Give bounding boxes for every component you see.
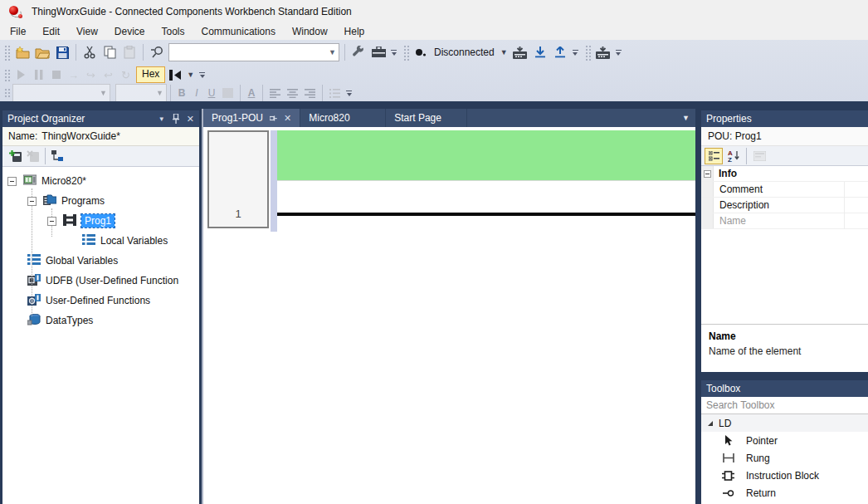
selected-rung-highlight[interactable] (277, 130, 695, 181)
property-grid-divider[interactable] (844, 182, 845, 229)
font-color-icon[interactable]: A (244, 87, 259, 99)
step-over-icon[interactable]: → (65, 66, 82, 83)
toolbox-search-input[interactable] (701, 397, 868, 413)
align-center-icon[interactable] (284, 85, 301, 101)
ladder-editor-canvas[interactable]: 1 (203, 127, 695, 504)
underline-icon[interactable]: U (204, 87, 219, 99)
rung-rail-line[interactable] (277, 213, 695, 216)
toolbox-item-pointer[interactable]: Pointer (701, 432, 868, 449)
toolbar-overflow-icon[interactable] (346, 91, 352, 96)
menu-tools[interactable]: Tools (154, 23, 193, 40)
toolbar-grip[interactable] (3, 44, 10, 61)
menu-file[interactable]: File (2, 23, 34, 40)
download-to-device-icon[interactable] (510, 42, 530, 62)
font-family-input[interactable] (13, 85, 97, 101)
toolbar-separator (240, 85, 241, 101)
close-icon[interactable]: ✕ (284, 113, 291, 124)
property-row-name[interactable]: Name (701, 213, 868, 229)
remove-device-icon[interactable] (24, 148, 41, 164)
open-icon[interactable] (32, 42, 52, 62)
collapse-icon[interactable] (27, 197, 37, 206)
property-row-comment[interactable]: Comment (701, 182, 868, 198)
download-icon[interactable] (530, 42, 550, 62)
panel-menu-icon[interactable]: ▼ (158, 115, 165, 123)
menu-view[interactable]: View (68, 23, 106, 40)
alphabetical-sort-icon[interactable]: AZ (724, 148, 743, 164)
save-icon[interactable] (52, 42, 72, 62)
pause-icon[interactable] (30, 66, 47, 83)
new-project-icon[interactable] (12, 42, 32, 62)
chevron-down-icon[interactable]: ▼ (326, 44, 339, 61)
properties-header[interactable]: Properties (701, 110, 868, 127)
find-icon[interactable] (147, 42, 167, 62)
tab-micro820[interactable]: Micro820 (300, 109, 386, 127)
collapse-icon[interactable] (7, 177, 17, 186)
pin-icon[interactable] (173, 114, 179, 124)
step-into-icon[interactable]: ↪ (82, 66, 100, 83)
collapse-icon[interactable] (47, 217, 56, 226)
add-device-icon[interactable] (7, 148, 24, 164)
chevron-down-icon[interactable]: ▼ (187, 71, 194, 79)
toolbar-overflow-icon[interactable] (573, 50, 578, 56)
tab-start-page[interactable]: Start Page (386, 109, 467, 127)
italic-icon[interactable]: I (189, 87, 204, 99)
paste-icon[interactable] (119, 42, 139, 62)
organize-by-icon[interactable] (49, 148, 66, 164)
step-out-icon[interactable]: ↩ (100, 66, 117, 83)
toolbox-category-ld[interactable]: LD (701, 414, 868, 432)
pin-icon[interactable] (270, 115, 277, 122)
display-mode-icon[interactable] (167, 66, 184, 83)
property-row-description[interactable]: Description (701, 198, 868, 213)
tab-list-dropdown-icon[interactable]: ▼ (682, 109, 690, 127)
toolbox-header[interactable]: Toolbox (701, 380, 868, 397)
play-icon[interactable] (12, 66, 30, 83)
toolbox-item-return[interactable]: Return (701, 484, 868, 502)
toolbox-case-icon[interactable] (368, 42, 388, 62)
connection-status-label[interactable]: Disconnected (434, 46, 495, 58)
property-category-row[interactable]: Info (701, 166, 868, 182)
toolbar-grip[interactable] (584, 44, 591, 61)
menu-window[interactable]: Window (284, 23, 336, 40)
rung-margin-cell[interactable]: 1 (207, 130, 269, 228)
align-right-icon[interactable] (301, 85, 319, 101)
menu-communications[interactable]: Communications (193, 23, 284, 40)
toolbar-overflow-icon[interactable] (391, 50, 397, 56)
property-pages-icon[interactable] (750, 148, 768, 164)
font-family-combobox[interactable]: ▼ (12, 84, 110, 102)
align-left-icon[interactable] (266, 85, 284, 101)
cut-icon[interactable] (80, 42, 100, 62)
chevron-down-icon[interactable]: ▼ (154, 85, 166, 101)
categorized-view-icon[interactable] (705, 148, 723, 164)
font-size-combobox[interactable]: ▼ (115, 84, 167, 102)
tab-prog1-pou[interactable]: Prog1-POU ✕ (203, 109, 300, 127)
menu-help[interactable]: Help (336, 23, 373, 40)
toolbar-grip[interactable] (3, 68, 10, 82)
toolbar-grip[interactable] (402, 44, 409, 61)
wrench-icon[interactable] (349, 42, 368, 62)
collapse-icon[interactable] (704, 170, 711, 178)
menu-device[interactable]: Device (106, 23, 154, 40)
chevron-down-icon[interactable]: ▼ (500, 48, 508, 56)
toolbox-item-rung[interactable]: Rung (701, 449, 868, 467)
toolbar-grip[interactable] (3, 87, 10, 99)
hex-toggle-button[interactable]: Hex (136, 66, 165, 83)
copy-icon[interactable] (100, 42, 119, 62)
quick-find-input[interactable] (169, 44, 326, 61)
toolbar-overflow-icon[interactable] (616, 50, 622, 56)
list-icon[interactable] (326, 85, 344, 101)
bold-icon[interactable]: B (174, 87, 189, 99)
highlight-icon[interactable] (219, 85, 237, 101)
close-icon[interactable]: ✕ (187, 114, 194, 125)
project-name-value[interactable]: ThingWorxGuide* (41, 130, 120, 142)
toolbox-item-instruction-block[interactable]: Instruction Block (701, 467, 868, 484)
stop-icon[interactable] (47, 66, 65, 83)
chevron-down-icon[interactable]: ▼ (97, 85, 110, 101)
font-size-input[interactable] (116, 85, 154, 101)
toolbar-overflow-icon[interactable] (199, 72, 205, 78)
download-to-device-icon[interactable] (593, 42, 613, 62)
project-organizer-header[interactable]: Project Organizer ▼ ✕ (2, 110, 199, 127)
quick-find-combobox[interactable]: ▼ (168, 43, 339, 61)
upload-icon[interactable] (550, 42, 570, 62)
restart-icon[interactable]: ↻ (117, 66, 134, 83)
menu-edit[interactable]: Edit (34, 23, 68, 40)
